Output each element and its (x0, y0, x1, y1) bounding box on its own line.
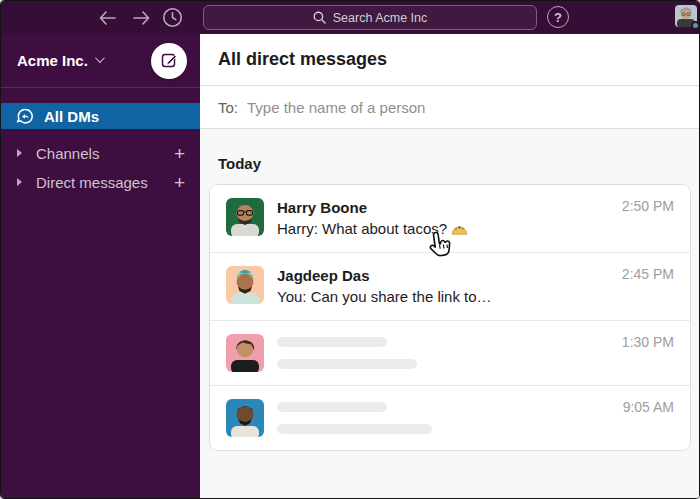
back-arrow-icon[interactable] (97, 8, 117, 28)
forward-arrow-icon[interactable] (131, 8, 151, 28)
dm-timestamp: 2:50 PM (622, 198, 674, 214)
dm-row-unread-placeholder-2[interactable]: 9:05 AM (210, 385, 690, 450)
dm-name: Harry Boone (277, 198, 468, 218)
workspace-header: Acme Inc. (1, 34, 200, 88)
dm-timestamp: 9:05 AM (623, 399, 674, 415)
sidebar-item-all-dms[interactable]: All DMs (1, 103, 200, 129)
dm-timestamp: 1:30 PM (622, 334, 674, 350)
help-icon[interactable]: ? (547, 6, 569, 28)
dm-name: Jagdeep Das (277, 266, 492, 286)
section-label-today: Today (218, 155, 699, 172)
avatar-person-blue (226, 399, 264, 437)
presence-dot (691, 21, 700, 30)
sidebar-item-label: All DMs (44, 108, 99, 125)
skeleton-bar (277, 337, 387, 347)
avatar-harry-boone (226, 198, 264, 236)
skeleton-bar (277, 359, 417, 369)
dm-bubble-icon (16, 108, 34, 125)
dm-row-harry-boone[interactable]: Harry Boone Harry: What about tacos? 2:5… (210, 185, 690, 252)
dm-preview: You: Can you share the link to… (277, 286, 492, 307)
to-placeholder: Type the name of a person (247, 99, 425, 116)
user-avatar[interactable] (675, 5, 697, 27)
add-dm-button[interactable]: + (174, 173, 185, 192)
to-label: To: (218, 99, 238, 116)
avatar-jagdeep-das (226, 266, 264, 304)
sidebar-item-direct-messages[interactable]: Direct messages + (1, 169, 200, 195)
sidebar-item-label: Channels (36, 145, 99, 162)
dm-preview: Harry: What about tacos? (277, 218, 447, 239)
compose-icon (161, 52, 178, 69)
workspace-menu[interactable]: Acme Inc. (17, 52, 102, 69)
dm-list-area: Today (200, 129, 699, 498)
skeleton-bar (277, 424, 432, 434)
add-channel-button[interactable]: + (174, 144, 185, 163)
search-placeholder: Search Acme Inc (333, 11, 428, 25)
workspace-name: Acme Inc. (17, 52, 88, 69)
skeleton-bar (277, 402, 387, 412)
to-recipient-input[interactable]: To: Type the name of a person (200, 86, 699, 129)
chevron-down-icon (95, 53, 105, 63)
compose-button[interactable] (151, 43, 187, 79)
taco-emoji (451, 221, 468, 236)
search-input[interactable]: Search Acme Inc (203, 5, 537, 30)
page-title: All direct messages (200, 34, 699, 86)
slack-window: Search Acme Inc ? Acme Inc. (0, 0, 700, 499)
dm-timestamp: 2:45 PM (622, 266, 674, 282)
dm-row-unread-placeholder-1[interactable]: 1:30 PM (210, 320, 690, 385)
history-clock-icon[interactable] (161, 6, 184, 29)
sidebar-nav: All DMs Channels + Direct messages + (1, 88, 200, 195)
history-nav (97, 1, 151, 34)
sidebar: Acme Inc. All DMs Channels (1, 34, 200, 498)
dm-list-card: Harry Boone Harry: What about tacos? 2:5… (209, 184, 691, 451)
search-icon (313, 11, 326, 24)
caret-right-icon[interactable] (17, 178, 22, 186)
avatar-person-pink (226, 334, 264, 372)
caret-right-icon[interactable] (17, 149, 22, 157)
dm-row-jagdeep-das[interactable]: Jagdeep Das You: Can you share the link … (210, 252, 690, 320)
sidebar-item-channels[interactable]: Channels + (1, 140, 200, 166)
sidebar-item-label: Direct messages (36, 174, 148, 191)
main-panel: All direct messages To: Type the name of… (200, 34, 699, 498)
top-bar: Search Acme Inc ? (1, 1, 699, 34)
